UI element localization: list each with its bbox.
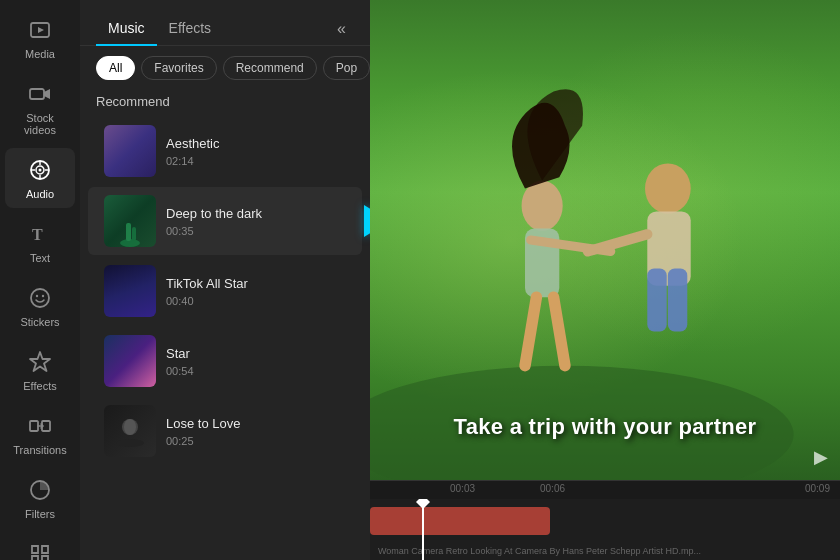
library-icon	[26, 540, 54, 560]
svg-rect-34	[668, 269, 687, 332]
transitions-icon	[26, 412, 54, 440]
track-thumbnail-star	[104, 335, 156, 387]
section-recommend-label: Recommend	[80, 90, 370, 117]
sidebar-item-label: Effects	[23, 380, 56, 392]
sidebar-item-label: Stickers	[20, 316, 59, 328]
tab-effects[interactable]: Effects	[157, 12, 224, 46]
sidebar-item-label: Transitions	[13, 444, 66, 456]
svg-marker-1	[38, 27, 44, 33]
track-item-deep-dark[interactable]: Deep to the dark 00:35	[88, 187, 362, 255]
timeline-tick-3: 00:09	[805, 483, 830, 494]
track-item-aesthetic[interactable]: Aesthetic 02:14	[88, 117, 362, 185]
svg-point-11	[31, 289, 49, 307]
track-duration-tiktok: 00:40	[166, 295, 346, 307]
track-item-lose-to-love[interactable]: Lose to Love 00:25	[88, 397, 362, 465]
track-name-star: Star	[166, 346, 346, 361]
track-thumbnail-aesthetic	[104, 125, 156, 177]
svg-point-23	[124, 419, 136, 435]
video-preview: Take a trip with your partner ▶	[370, 0, 840, 480]
svg-point-13	[42, 295, 44, 297]
svg-text:T: T	[32, 226, 43, 243]
sidebar-item-label: Audio	[26, 188, 54, 200]
text-icon: T	[26, 220, 54, 248]
sidebar-item-library[interactable]: Library	[5, 532, 75, 560]
track-name-aesthetic: Aesthetic	[166, 136, 346, 151]
audio-icon	[26, 156, 54, 184]
sidebar-item-audio[interactable]: Audio	[5, 148, 75, 208]
track-thumbnail-tiktok	[104, 265, 156, 317]
svg-rect-2	[30, 89, 44, 99]
svg-line-35	[588, 234, 647, 251]
svg-point-5	[39, 169, 42, 172]
track-info-tiktok: TikTok All Star 00:40	[166, 276, 346, 307]
sidebar-item-label: Media	[25, 48, 55, 60]
track-duration-star: 00:54	[166, 365, 346, 377]
video-subtitle: Take a trip with your partner	[370, 414, 840, 440]
svg-line-28	[525, 297, 536, 366]
filter-favorites[interactable]: Favorites	[141, 56, 216, 80]
main-content: Take a trip with your partner ▶ 00:03 00…	[370, 0, 840, 560]
sidebar-item-label: Filters	[25, 508, 55, 520]
svg-rect-20	[132, 227, 136, 241]
sidebar-item-label: Text	[30, 252, 50, 264]
svg-rect-15	[30, 421, 38, 431]
svg-rect-19	[126, 223, 131, 241]
svg-point-26	[522, 181, 563, 231]
track-item-star[interactable]: Star 00:54	[88, 327, 362, 395]
track-info-aesthetic: Aesthetic 02:14	[166, 136, 346, 167]
sidebar-item-text[interactable]: T Text	[5, 212, 75, 272]
track-info-lose-to-love: Lose to Love 00:25	[166, 416, 346, 447]
sidebar-item-stock-videos[interactable]: Stock videos	[5, 72, 75, 144]
svg-rect-33	[647, 269, 666, 332]
filters-icon	[26, 476, 54, 504]
music-panel: Music Effects « All Favorites Recommend …	[80, 0, 370, 560]
filter-all[interactable]: All	[96, 56, 135, 80]
track-item-tiktok[interactable]: TikTok All Star 00:40	[88, 257, 362, 325]
stock-videos-icon	[26, 80, 54, 108]
svg-line-29	[554, 297, 565, 366]
timeline-tags: Woman Camera Retro Looking At Camera By …	[370, 546, 840, 556]
effects-icon	[26, 348, 54, 376]
sidebar-item-stickers[interactable]: Stickers	[5, 276, 75, 336]
video-background	[370, 0, 840, 480]
track-duration-deep-dark: 00:35	[166, 225, 346, 237]
sidebar-item-label: Stock videos	[11, 112, 69, 136]
svg-marker-14	[30, 352, 50, 371]
timeline-playhead[interactable]	[422, 499, 424, 560]
track-name-lose-to-love: Lose to Love	[166, 416, 346, 431]
timeline-tick-2: 00:06	[540, 483, 565, 494]
track-thumbnail-lose-to-love	[104, 405, 156, 457]
track-info-deep-dark: Deep to the dark 00:35	[166, 206, 346, 237]
media-icon	[26, 16, 54, 44]
track-thumbnail-deep-dark	[104, 195, 156, 247]
panel-tab-bar: Music Effects «	[80, 0, 370, 46]
sidebar: Media Stock videos Audio T Text Stickers…	[0, 0, 80, 560]
filter-row: All Favorites Recommend Pop ▾	[80, 46, 370, 90]
track-duration-aesthetic: 02:14	[166, 155, 346, 167]
track-info-star: Star 00:54	[166, 346, 346, 377]
svg-point-12	[36, 295, 38, 297]
collapse-panel-button[interactable]: «	[329, 16, 354, 42]
track-name-tiktok: TikTok All Star	[166, 276, 346, 291]
svg-point-31	[645, 163, 691, 213]
track-list: Aesthetic 02:14 Deep to the dark 00:35 T…	[80, 117, 370, 560]
sidebar-item-transitions[interactable]: Transitions	[5, 404, 75, 464]
tab-music[interactable]: Music	[96, 12, 157, 46]
sidebar-item-media[interactable]: Media	[5, 8, 75, 68]
video-play-button[interactable]: ▶	[814, 446, 828, 468]
track-duration-lose-to-love: 00:25	[166, 435, 346, 447]
scene-svg	[370, 0, 840, 480]
track-name-deep-dark: Deep to the dark	[166, 206, 346, 221]
filter-pop[interactable]: Pop	[323, 56, 370, 80]
timeline-tick-1: 00:03	[450, 483, 475, 494]
timeline-clip-bar[interactable]	[370, 507, 550, 535]
stickers-icon	[26, 284, 54, 312]
timeline-ruler: 00:03 00:06 00:09	[370, 481, 840, 499]
sidebar-item-filters[interactable]: Filters	[5, 468, 75, 528]
timeline-area: 00:03 00:06 00:09 Woman Camera Retro Loo…	[370, 480, 840, 560]
sidebar-item-effects[interactable]: Effects	[5, 340, 75, 400]
svg-point-21	[116, 439, 144, 447]
filter-recommend[interactable]: Recommend	[223, 56, 317, 80]
